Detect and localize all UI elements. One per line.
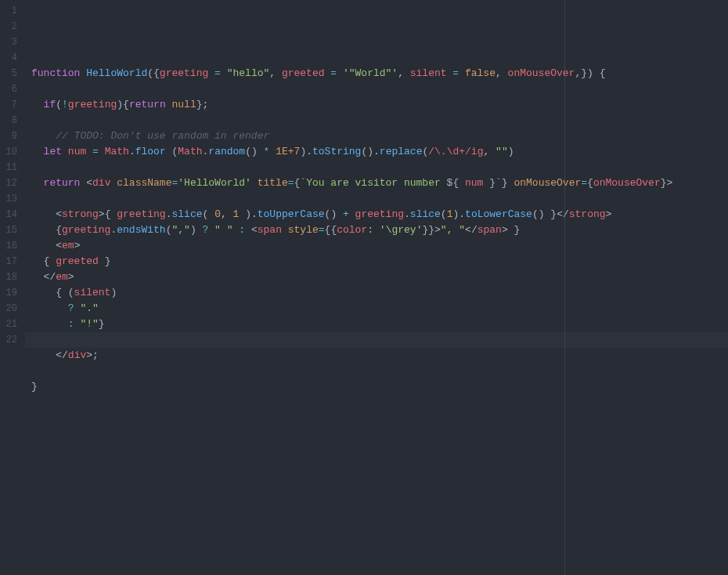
token: greeting xyxy=(68,99,117,110)
token: </ xyxy=(56,349,68,361)
token: : xyxy=(239,224,251,236)
token: , xyxy=(483,146,496,157)
token: ( xyxy=(441,208,447,220)
token: }; xyxy=(196,99,209,110)
token xyxy=(31,240,56,251)
line-number: 20 xyxy=(0,301,25,316)
token: strong xyxy=(62,208,99,220)
token: return xyxy=(129,99,172,110)
code-line[interactable] xyxy=(31,363,728,379)
token: </ xyxy=(44,271,56,283)
token: // TODO: Don't use random in render xyxy=(56,130,269,142)
code-line[interactable]: let num = Math.floor (Math.random() * 1E… xyxy=(31,144,728,160)
token: ( xyxy=(203,208,215,220)
token: onMouseOver xyxy=(593,177,661,189)
token xyxy=(31,271,44,283)
token: num xyxy=(465,177,489,189)
token: ). xyxy=(245,208,258,220)
token: , xyxy=(221,208,233,220)
token: } xyxy=(661,177,667,189)
token: { xyxy=(587,177,593,189)
token: toLowerCase xyxy=(465,208,532,220)
line-number: 11 xyxy=(0,160,25,175)
token: ). xyxy=(300,146,312,157)
token: . xyxy=(166,208,172,220)
line-number: 13 xyxy=(0,191,25,207)
token: endsWith xyxy=(117,224,165,236)
token xyxy=(31,208,56,220)
token: Math xyxy=(178,146,202,157)
token: span xyxy=(478,224,502,236)
token: greeting xyxy=(355,208,404,220)
code-line[interactable] xyxy=(31,113,728,128)
line-number-gutter: 12345678910111213141516171819202122 xyxy=(0,0,25,575)
token xyxy=(31,318,68,330)
code-line[interactable]: <strong>{ greeting.slice( 0, 1 ).toUpper… xyxy=(31,207,728,222)
code-editor[interactable]: 12345678910111213141516171819202122 func… xyxy=(0,0,728,575)
token: em xyxy=(56,271,68,283)
code-line[interactable] xyxy=(31,395,728,410)
line-number: 16 xyxy=(0,238,25,254)
code-line[interactable]: if(!greeting){return null}; xyxy=(31,97,728,113)
code-line[interactable]: <em> xyxy=(31,238,728,254)
token: = xyxy=(452,67,465,79)
token: slice xyxy=(172,208,203,220)
line-number: 9 xyxy=(0,128,25,144)
token xyxy=(31,302,68,314)
token: replace xyxy=(380,146,423,157)
token: > xyxy=(99,208,105,220)
token: "!" xyxy=(80,318,98,330)
token: } xyxy=(31,381,38,392)
token: > xyxy=(86,349,92,361)
token: Math xyxy=(105,146,129,157)
token: `You are visitor number xyxy=(300,177,446,189)
token: ? xyxy=(68,302,81,314)
token: 1E+7 xyxy=(276,146,300,157)
token: slice xyxy=(410,208,441,220)
line-number: 19 xyxy=(0,285,25,301)
code-area[interactable]: function HelloWorld({greeting = "hello",… xyxy=(25,0,728,575)
token: , xyxy=(496,67,508,79)
token: "." xyxy=(80,302,98,314)
code-line[interactable] xyxy=(31,160,728,175)
code-line[interactable] xyxy=(31,81,728,97)
line-number: 10 xyxy=(0,144,25,160)
line-number: 21 xyxy=(0,316,25,332)
code-line[interactable]: } xyxy=(31,379,728,395)
line-number: 15 xyxy=(0,222,25,238)
line-number: 3 xyxy=(0,34,25,50)
code-line[interactable]: { (silent) xyxy=(31,285,728,301)
code-line[interactable] xyxy=(31,191,728,207)
token: ! xyxy=(62,99,68,110)
token: { ( xyxy=(31,287,74,298)
code-line[interactable]: {greeting.endsWith(",") ? " " : <span st… xyxy=(31,222,728,238)
token: onMouseOver xyxy=(514,177,581,189)
code-line[interactable]: : "!"} xyxy=(31,316,728,332)
token: strong xyxy=(569,208,606,220)
token: title xyxy=(258,177,288,189)
token: ? xyxy=(203,224,215,236)
token: ) xyxy=(508,146,514,157)
code-line[interactable]: </em> xyxy=(31,269,728,285)
code-line[interactable]: </div>; xyxy=(31,348,728,363)
code-line[interactable]: // TODO: Don't use random in render xyxy=(31,128,728,144)
token: < xyxy=(56,208,62,220)
token: } xyxy=(502,177,514,189)
token: = xyxy=(214,67,227,79)
code-line[interactable]: function HelloWorld({greeting = "hello",… xyxy=(31,66,728,81)
token: ){ xyxy=(117,99,129,110)
token xyxy=(31,177,44,189)
code-line[interactable]: { greeted } xyxy=(31,254,728,269)
line-number: 18 xyxy=(0,269,25,285)
token: return xyxy=(44,177,87,189)
token xyxy=(31,99,44,110)
token: function xyxy=(31,67,86,79)
token: ; xyxy=(92,349,99,361)
token: " " xyxy=(214,224,239,236)
line-number: 12 xyxy=(0,175,25,191)
code-line[interactable]: return <div className='HelloWorld' title… xyxy=(31,175,728,191)
code-line[interactable]: ? "." xyxy=(31,301,728,316)
token: + xyxy=(343,208,355,220)
token: '"World"' xyxy=(343,67,398,79)
code-line[interactable] xyxy=(31,332,728,348)
